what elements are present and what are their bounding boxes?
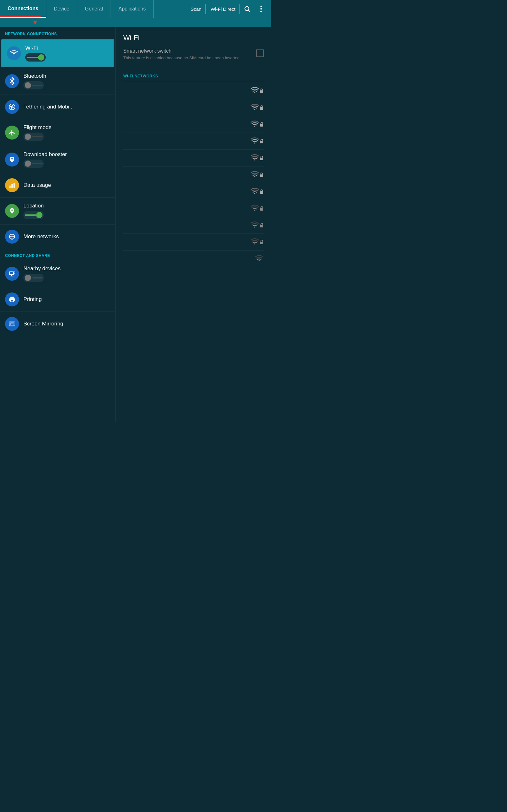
svg-rect-27 — [260, 107, 263, 110]
more-networks-label: More networks — [23, 234, 110, 240]
location-content: Location — [23, 203, 110, 219]
smart-network-switch-row: Smart network switch This feature is dis… — [123, 48, 264, 66]
svg-point-34 — [254, 176, 256, 177]
sidebar-item-printing[interactable]: Printing — [0, 287, 115, 312]
nav-actions: Scan Wi-Fi Direct — [183, 0, 271, 18]
sidebar-item-more-networks[interactable]: More networks — [0, 224, 115, 249]
flight-toggle[interactable] — [23, 133, 44, 141]
printing-label: Printing — [23, 296, 110, 303]
network-item-1[interactable] — [123, 99, 264, 116]
svg-rect-29 — [260, 124, 263, 126]
printing-icon — [5, 293, 19, 306]
svg-rect-39 — [260, 208, 263, 211]
network-item-10[interactable] — [123, 251, 264, 267]
sidebar-item-location[interactable]: Location — [0, 198, 115, 224]
search-button[interactable] — [241, 3, 253, 15]
network-item-0[interactable] — [123, 83, 264, 99]
svg-point-36 — [254, 193, 256, 194]
network-item-2[interactable] — [123, 116, 264, 133]
sidebar-item-tethering[interactable]: Tethering and Mobi.. — [0, 95, 115, 119]
wifi-signal-1 — [250, 104, 264, 111]
network-item-4[interactable] — [123, 150, 264, 166]
printing-content: Printing — [23, 296, 110, 303]
wifi-signal-6 — [250, 188, 264, 195]
svg-point-26 — [254, 109, 256, 110]
download-booster-icon — [5, 153, 19, 166]
download-booster-label: Download booster — [23, 151, 110, 158]
wifi-signal-2 — [250, 120, 264, 128]
wifi-signal-7 — [250, 205, 264, 212]
tab-device[interactable]: Device — [46, 0, 77, 18]
more-networks-content: More networks — [23, 234, 110, 240]
wifi-signal-0 — [250, 87, 264, 95]
sidebar-item-screen-mirroring[interactable]: Screen Mirroring — [0, 312, 115, 336]
scan-button[interactable]: Scan — [187, 4, 205, 14]
svg-rect-9 — [9, 186, 11, 188]
svg-point-4 — [261, 11, 262, 12]
tab-applications[interactable]: Applications — [111, 0, 154, 18]
svg-point-30 — [254, 142, 256, 144]
tab-general[interactable]: General — [77, 0, 111, 18]
wifi-signal-5 — [250, 171, 264, 179]
bluetooth-toggle[interactable] — [23, 81, 44, 90]
svg-point-5 — [14, 55, 14, 55]
sidebar-item-bluetooth[interactable]: Bluetooth — [0, 68, 115, 95]
flight-item-content: Flight mode — [23, 124, 110, 141]
svg-point-38 — [254, 210, 256, 211]
svg-point-24 — [254, 92, 256, 93]
network-item-7[interactable] — [123, 200, 264, 217]
svg-rect-23 — [11, 323, 13, 324]
network-item-3[interactable] — [123, 133, 264, 150]
smart-switch-description: This feature is disabled because no SIM … — [123, 55, 251, 61]
network-list — [123, 83, 264, 267]
svg-point-0 — [245, 7, 249, 11]
location-label: Location — [23, 203, 110, 209]
sidebar-item-wifi[interactable]: Wi-Fi — [1, 39, 114, 67]
more-options-button[interactable] — [255, 3, 268, 15]
wifi-label: Wi-Fi — [25, 45, 108, 51]
sidebar-item-nearby-devices[interactable]: Nearby devices — [0, 260, 115, 287]
svg-line-1 — [248, 10, 250, 12]
network-item-5[interactable] — [123, 166, 264, 183]
svg-rect-25 — [260, 90, 263, 93]
main-layout: NETWORK CONNECTIONS Wi-Fi — [0, 27, 271, 422]
data-usage-icon — [5, 178, 19, 192]
wifi-signal-8 — [250, 221, 264, 229]
network-item-8[interactable] — [123, 217, 264, 234]
bluetooth-icon — [5, 74, 19, 88]
network-item-6[interactable] — [123, 183, 264, 200]
download-booster-content: Download booster — [23, 151, 110, 168]
network-item-9[interactable] — [123, 234, 264, 251]
indicator-bar: ▼ — [0, 18, 271, 27]
wifi-direct-button[interactable]: Wi-Fi Direct — [207, 4, 239, 14]
svg-point-42 — [254, 243, 256, 245]
location-toggle[interactable] — [23, 211, 44, 219]
flight-label: Flight mode — [23, 124, 110, 131]
more-networks-icon — [5, 230, 19, 244]
svg-point-2 — [261, 5, 262, 7]
svg-rect-31 — [260, 141, 263, 143]
sidebar-item-flight[interactable]: Flight mode — [0, 119, 115, 146]
screen-mirroring-content: Screen Mirroring — [23, 321, 110, 327]
svg-point-44 — [259, 260, 260, 261]
connect-share-label: CONNECT AND SHARE — [0, 249, 115, 260]
tethering-label: Tethering and Mobi.. — [23, 104, 110, 110]
down-arrow-icon: ▼ — [32, 18, 39, 27]
svg-point-32 — [254, 159, 256, 160]
wifi-signal-3 — [250, 137, 264, 145]
download-booster-toggle[interactable] — [23, 159, 44, 168]
nearby-devices-toggle[interactable] — [23, 274, 44, 282]
wifi-toggle[interactable] — [25, 53, 46, 61]
data-usage-content: Data usage — [23, 182, 110, 189]
wifi-signal-4 — [250, 154, 264, 162]
tab-connections[interactable]: Connections — [0, 0, 46, 18]
sidebar-item-data-usage[interactable]: Data usage — [0, 173, 115, 198]
smart-switch-checkbox[interactable] — [256, 49, 264, 57]
screen-mirroring-label: Screen Mirroring — [23, 321, 110, 327]
svg-rect-35 — [260, 174, 263, 177]
svg-rect-43 — [260, 242, 263, 244]
sidebar-item-download-booster[interactable]: Download booster — [0, 146, 115, 173]
tethering-item-content: Tethering and Mobi.. — [23, 104, 110, 110]
bluetooth-item-content: Bluetooth — [23, 73, 110, 90]
content-panel: Wi-Fi Smart network switch This feature … — [116, 27, 271, 422]
